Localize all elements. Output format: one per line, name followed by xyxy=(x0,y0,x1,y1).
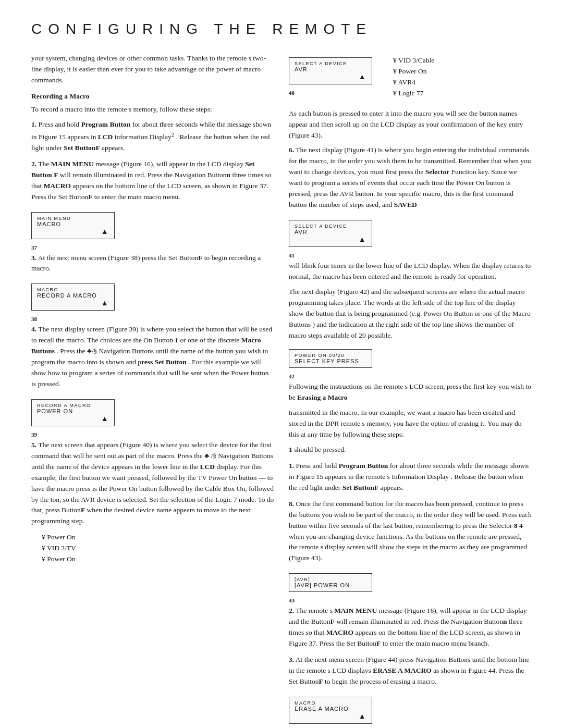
erasing-intro: As each button is pressed to enter it in… xyxy=(289,108,532,141)
display-line1: MAIN MENU xyxy=(37,216,109,221)
display-pow-line1: POWER ON 00/20 xyxy=(295,353,366,358)
display-select-line1: SELECT A DEVICE xyxy=(295,61,366,66)
display-avr-line2: [AVR] POWER ON xyxy=(295,582,366,588)
step6-next: The next display (Figure 42) and the sub… xyxy=(289,287,532,341)
display-erase-line1: MACRO xyxy=(295,700,366,706)
erase-step-1-num: 1. xyxy=(289,462,294,470)
display-select-device-wrap: SELECT A DEVICE AVR ▲ 40 xyxy=(289,53,372,98)
top-right-section: SELECT A DEVICE AVR ▲ 40 VID 3/Cable Pow… xyxy=(289,53,532,103)
display-record-power: RECORD A MACRO POWER ON ▲ 39 xyxy=(31,395,274,438)
erase-step-1-text: Press and hold Program Button for about … xyxy=(289,462,529,491)
erase-step-1: 1. Press and hold Program Button for abo… xyxy=(289,461,532,493)
display-erase-line2: ERASE A MACRO xyxy=(295,706,366,712)
bullets-right-top: VID 3/Cable Power On AVR4 Logic 77 xyxy=(389,55,434,99)
bullet-power-on: Power On xyxy=(38,532,274,543)
bullet-logic77: Logic 77 xyxy=(389,88,434,99)
display-arrow-c: ▲ xyxy=(101,414,109,423)
display-line1c: RECORD A MACRO xyxy=(37,403,109,408)
step-1b-num: 1 xyxy=(289,446,292,453)
fig42-label: 42 xyxy=(289,373,532,379)
display-macro-record: MACRO RECORD A MACRO ▲ 38 xyxy=(31,279,274,322)
display-select2-box: SELECT A DEVICE AVR ▲ xyxy=(289,220,372,247)
bullet-avr4: AVR4 xyxy=(389,77,434,88)
step-2-text: The MAIN MENU message (Figure 16), will … xyxy=(31,160,271,201)
step-1: 1. Press and hold Program Button for abo… xyxy=(31,119,274,154)
recording-macro-intro: To record a macro into the remote s memo… xyxy=(31,104,274,115)
display-sel2-arrow: ▲ xyxy=(359,235,366,243)
step-following: Following the instructions on the remote… xyxy=(289,381,532,403)
display-select-device-box: SELECT A DEVICE AVR ▲ xyxy=(289,57,372,84)
step-2: 2. The MAIN MENU message (Figure 16), wi… xyxy=(31,159,274,203)
fig41-label: 41 xyxy=(289,252,532,258)
display-avr-wrap: [AVR] [AVR] POWER ON 43 xyxy=(289,569,532,603)
display-avr-line1: [AVR] xyxy=(295,577,366,582)
step-transmitted: transmitted in the macro. In our example… xyxy=(289,408,532,440)
main-content: your system, changing devices or other c… xyxy=(31,53,532,728)
step-8-num: 8. xyxy=(289,500,294,508)
display-line2: MACRO xyxy=(37,221,109,227)
display-line2b: RECORD A MACRO xyxy=(37,292,109,299)
display-arrow-b: ▲ xyxy=(101,299,109,307)
step-5-text: The next screen that appears (Figure 40)… xyxy=(31,441,274,525)
erase-step-3: 3. At the next menu screen (Figure 44) p… xyxy=(289,655,532,687)
fig39-label: 39 xyxy=(31,431,274,438)
step-8-text: Once the first command button for the ma… xyxy=(289,500,532,562)
display-line1b: MACRO xyxy=(37,287,109,292)
step-4-num: 4. xyxy=(31,325,36,333)
step-1-text: Press and hold Program Button for about … xyxy=(31,120,271,152)
display-line2c: POWER ON xyxy=(37,408,109,414)
intro-para1: your system, changing devices or other c… xyxy=(31,53,274,86)
step-1-num: 1. xyxy=(31,120,36,128)
display-pow-line2: SELECT KEY PRESS xyxy=(295,358,366,364)
display-avr-box: [AVR] [AVR] POWER ON xyxy=(289,573,372,592)
fig37-label: 37 xyxy=(31,244,274,251)
display-erase-box: MACRO ERASE A MACRO ▲ xyxy=(289,697,372,724)
step-6-num: 6. xyxy=(289,146,294,154)
fig43-label: 43 xyxy=(289,597,532,603)
erase-step-3-text: At the next menu screen (Figure 44) pres… xyxy=(289,656,530,685)
step6-cont: will blink four times in the lower line … xyxy=(289,261,532,282)
display-sel2-line1: SELECT A DEVICE xyxy=(295,224,366,229)
page-container: CONFIGURING THE REMOTE your system, chan… xyxy=(0,0,563,728)
bullets-bottom: Power On VID 2/TV Power On xyxy=(38,532,274,565)
left-column: your system, changing devices or other c… xyxy=(31,53,274,728)
bullet-vid2: VID 2/TV xyxy=(38,543,274,554)
step-2-num: 2. xyxy=(31,160,36,168)
step-6: 6. The next display (Figure 41) is where… xyxy=(289,145,532,211)
display-erase-arrow: ▲ xyxy=(359,712,366,720)
fig38-label: 38 xyxy=(31,316,274,322)
step-3-num: 3. xyxy=(31,254,36,262)
step-5: 5. The next screen that appears (Figure … xyxy=(31,440,274,527)
step-4-text: The next display screen (Figure 39) is w… xyxy=(31,325,272,388)
display-sel2-line2: AVR xyxy=(295,229,366,235)
fig40-label: 40 xyxy=(289,90,372,96)
display-select2-wrap: SELECT A DEVICE AVR ▲ 41 xyxy=(289,216,532,258)
bullet-vid3: VID 3/Cable xyxy=(389,55,434,66)
erase-step-2-text: The remote s MAIN MENU message (Figure 1… xyxy=(289,607,527,647)
bullet-power-on1: Power On xyxy=(389,66,434,77)
step-3-text: At the next menu screen (Figure 38) pres… xyxy=(31,254,261,273)
step-3: 3. At the next menu screen (Figure 38) p… xyxy=(31,253,274,275)
right-column: SELECT A DEVICE AVR ▲ 40 VID 3/Cable Pow… xyxy=(289,53,532,728)
step-5-num: 5. xyxy=(31,441,36,449)
display-main-menu-box: MAIN MENU MACRO ▲ xyxy=(31,212,115,239)
display-select-line2: AVR xyxy=(295,66,366,72)
erase-step-3-num: 3. xyxy=(289,656,294,663)
step-4: 4. The next display screen (Figure 39) i… xyxy=(31,324,274,390)
step-1b-text: should be pressed. xyxy=(294,446,346,453)
step-1b: 1 should be pressed. xyxy=(289,445,532,455)
bullet-power-on2: Power On xyxy=(38,554,274,565)
erase-step-2: 2. The remote s MAIN MENU message (Figur… xyxy=(289,606,532,649)
display-macro-record-box: MACRO RECORD A MACRO ▲ xyxy=(31,283,115,311)
display-power-on-wrap: POWER ON 00/20 SELECT KEY PRESS 42 xyxy=(289,345,532,379)
recording-macro-title: Recording a Macro xyxy=(31,91,274,102)
display-power-on-box: POWER ON 00/20 SELECT KEY PRESS xyxy=(289,349,372,368)
display-arrow: ▲ xyxy=(101,227,109,236)
display-record-power-box: RECORD A MACRO POWER ON ▲ xyxy=(31,399,115,426)
display-select-arrow: ▲ xyxy=(359,72,366,81)
step-8: 8. Once the first command button for the… xyxy=(289,499,532,564)
erase-step-2-num: 2. xyxy=(289,607,294,614)
display-erase-wrap: MACRO ERASE A MACRO ▲ 54 xyxy=(289,693,532,728)
display-main-menu: MAIN MENU MACRO ▲ 37 xyxy=(31,208,274,251)
page-title: CONFIGURING THE REMOTE xyxy=(31,21,532,38)
